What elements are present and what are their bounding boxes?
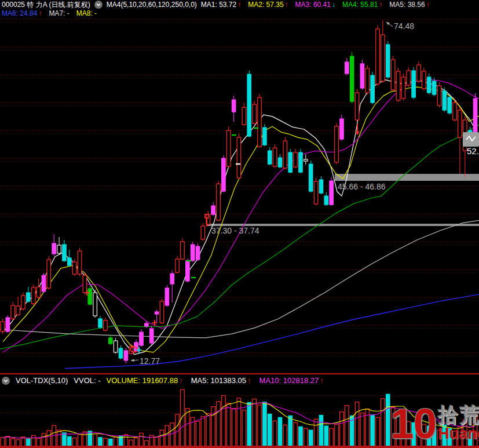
candle <box>170 274 174 284</box>
volume-bar <box>42 434 46 447</box>
candle <box>299 152 303 172</box>
candle <box>283 141 287 168</box>
candle <box>437 86 441 105</box>
candle <box>365 68 370 93</box>
price-flag-button[interactable] <box>463 132 479 147</box>
stock-title: 000025 特 力A (日线.前复权) <box>2 0 90 10</box>
volume-bar <box>206 413 210 447</box>
ma-line-ma5 <box>3 80 479 355</box>
candle <box>417 65 421 81</box>
volume-bar <box>427 426 431 447</box>
volume-indicator-name: VOL-TDX(5,10) <box>16 376 68 385</box>
candle <box>458 110 462 137</box>
candle <box>186 261 190 281</box>
candle <box>242 107 246 125</box>
candle <box>345 62 349 74</box>
volume-bar <box>376 417 380 447</box>
candle <box>309 164 313 191</box>
candle <box>247 74 251 136</box>
volume-bar <box>294 422 297 447</box>
candle <box>401 77 405 99</box>
candle <box>109 338 113 344</box>
zigzag-icon <box>463 132 479 147</box>
candle <box>386 45 390 77</box>
candle <box>381 35 385 81</box>
volume-bar <box>140 433 144 447</box>
volume-bar <box>52 425 56 447</box>
bottom-border <box>0 446 479 448</box>
candle <box>83 275 87 293</box>
volume-bar <box>273 421 277 447</box>
volume-bar <box>432 428 436 447</box>
up-arrow-icon: ↑ <box>426 1 430 9</box>
candle <box>443 91 447 110</box>
volume-bar <box>47 431 51 447</box>
volume-readout: MA5: 101383.05↑ <box>191 376 251 385</box>
candle <box>288 152 292 172</box>
ma-readout: MA1: 53.72↑ <box>201 1 241 9</box>
candle <box>360 64 364 88</box>
volume-bar <box>319 415 323 447</box>
candle <box>114 341 118 352</box>
candle <box>145 323 148 326</box>
candle <box>227 130 231 166</box>
candle <box>175 259 180 272</box>
chevron-down-icon[interactable] <box>94 1 103 9</box>
candle <box>412 71 416 97</box>
ma-readout: MA6: 24.84↑ <box>2 9 42 17</box>
candle <box>165 288 169 305</box>
candle <box>330 181 334 205</box>
up-arrow-icon: ↑ <box>247 376 251 385</box>
candle <box>72 262 76 274</box>
candle <box>453 103 457 120</box>
volume-bar <box>443 425 447 447</box>
main-header-row2: MA6: 24.84↑MA7: -MA8: - <box>0 9 97 17</box>
candle <box>160 301 164 323</box>
up-arrow-icon: ↑ <box>38 9 42 17</box>
volume-bar <box>263 402 267 447</box>
volume-bar <box>468 432 472 447</box>
candle <box>319 180 323 193</box>
main-header-row1: 000025 特 力A (日线.前复权) MA4(5,10,20,60,120,… <box>0 1 430 9</box>
candle <box>88 289 92 304</box>
candle <box>253 104 257 123</box>
volume-bar <box>93 434 97 447</box>
annotation-zone2: 37.30 - 37.74 <box>211 226 259 235</box>
ma-readout: MA5: 38.56↑ <box>389 1 429 9</box>
volume-bar <box>232 409 236 447</box>
candle <box>396 71 400 100</box>
candle <box>52 243 56 254</box>
chevron-down-icon[interactable] <box>2 377 10 385</box>
volume-bar <box>201 416 205 447</box>
volume-bar <box>288 416 292 447</box>
volume-bar <box>381 399 385 447</box>
annotation-zone1: 45.66 - 46.86 <box>338 182 386 191</box>
candle <box>78 251 82 274</box>
down-arrow-icon: ↓ <box>332 1 335 9</box>
volume-bar <box>299 427 303 447</box>
candle <box>355 93 359 120</box>
candle <box>407 71 411 85</box>
candle <box>258 97 262 147</box>
candle <box>217 184 221 220</box>
volume-bar <box>324 426 328 447</box>
candle <box>391 60 395 90</box>
volume-bar <box>283 425 287 447</box>
candle <box>68 258 72 265</box>
candle <box>181 242 185 259</box>
annotation-arrowhead <box>131 359 134 362</box>
ma-readout: MA8: - <box>76 9 97 17</box>
volume-bar <box>330 428 334 447</box>
ma-readouts-row1: MA1: 53.72↑MA2: 57.35↑MA3: 60.41↓MA4: 55… <box>201 1 430 9</box>
volume-bar <box>365 409 370 447</box>
candle <box>196 246 200 260</box>
main-chart[interactable]: 74.4812.7745.66 - 46.8637.30 - 37.7452. <box>0 0 479 374</box>
candle <box>27 293 31 301</box>
volume-chart[interactable] <box>0 387 479 447</box>
candle <box>294 152 297 167</box>
vvol-value: - <box>98 376 100 385</box>
volume-bar <box>335 424 339 447</box>
candle <box>47 260 51 288</box>
candle <box>350 56 354 101</box>
ma-readout: MA3: 60.41↓ <box>295 1 335 9</box>
